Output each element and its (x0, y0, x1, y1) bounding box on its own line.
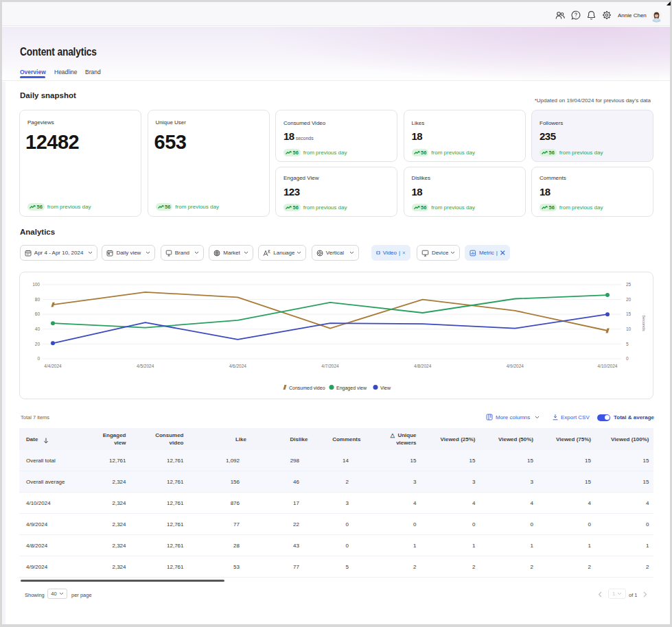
svg-text:4/9/2024: 4/9/2024 (507, 364, 524, 368)
svg-text:4/6/2024: 4/6/2024 (229, 364, 247, 368)
svg-text:25: 25 (626, 282, 632, 287)
svg-text:Consumed video: Consumed video (289, 386, 325, 390)
svg-text:4/4/2024: 4/4/2024 (44, 364, 62, 368)
svg-text:4/5/2024: 4/5/2024 (137, 364, 154, 368)
svg-text:View: View (380, 386, 391, 390)
svg-text:10: 10 (626, 327, 632, 331)
svg-text:Engaged view: Engaged view (336, 386, 367, 391)
svg-text:20: 20 (35, 342, 40, 346)
svg-text:100: 100 (32, 282, 40, 287)
svg-text:0: 0 (626, 356, 629, 361)
svg-text:4/8/2024: 4/8/2024 (414, 364, 432, 368)
svg-text:80: 80 (35, 297, 40, 302)
svg-text:40: 40 (35, 327, 40, 331)
svg-text:20: 20 (626, 297, 632, 302)
svg-text:15: 15 (626, 311, 632, 316)
svg-text:0: 0 (37, 356, 40, 361)
svg-text:4/10/2024: 4/10/2024 (598, 364, 618, 368)
svg-text:Seconds: Seconds (642, 315, 646, 331)
svg-text:4/7/2024: 4/7/2024 (321, 364, 339, 368)
svg-text:60: 60 (35, 311, 40, 316)
svg-text:5: 5 (626, 342, 629, 346)
